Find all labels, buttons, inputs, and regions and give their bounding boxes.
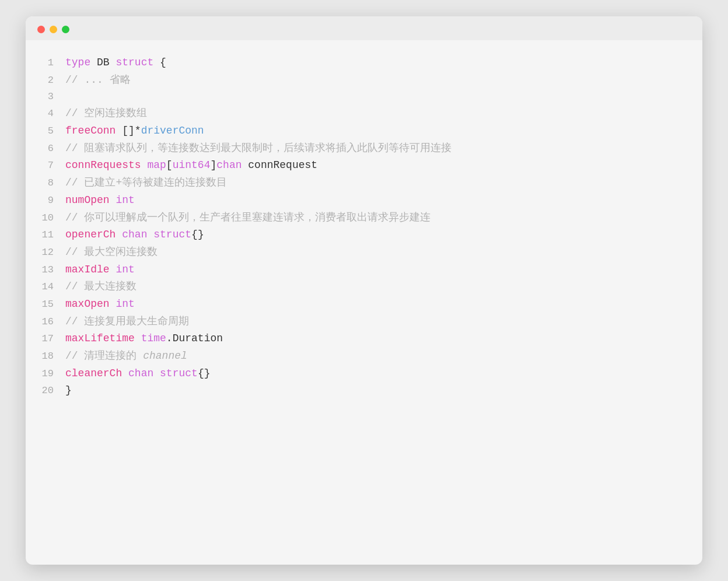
token: // 空闲连接数组 bbox=[65, 107, 147, 119]
token: int bbox=[116, 298, 134, 310]
code-content: // ... 省略 bbox=[65, 72, 684, 89]
code-content: numOpen int bbox=[65, 192, 684, 209]
token: driverConn bbox=[141, 125, 204, 136]
token: // 你可以理解成一个队列，生产者往里塞建连请求，消费者取出请求异步建连 bbox=[65, 212, 430, 223]
token: cleanerCh bbox=[65, 368, 122, 379]
token: openerCh bbox=[65, 229, 116, 240]
line-number: 10 bbox=[40, 210, 65, 226]
token: chan bbox=[122, 229, 147, 240]
token: int bbox=[116, 264, 134, 275]
code-line: 18 // 清理连接的 channel bbox=[40, 348, 684, 365]
token bbox=[141, 159, 148, 171]
token: time bbox=[141, 332, 166, 344]
token: map bbox=[147, 159, 166, 171]
token bbox=[110, 298, 116, 310]
token: freeConn bbox=[65, 125, 116, 136]
line-number: 15 bbox=[40, 296, 65, 313]
token bbox=[147, 229, 153, 240]
token: DB bbox=[90, 57, 116, 68]
code-line: 6 // 阻塞请求队列，等连接数达到最大限制时，后续请求将插入此队列等待可用连接 bbox=[40, 140, 684, 158]
token: chan bbox=[128, 368, 153, 379]
token: // ... 省略 bbox=[65, 74, 131, 86]
token: // 连接复用最大生命周期 bbox=[65, 316, 189, 327]
code-line: 9 numOpen int bbox=[40, 192, 684, 209]
code-line: 15 maxOpen int bbox=[40, 296, 684, 313]
token: maxIdle bbox=[65, 264, 110, 275]
line-number: 16 bbox=[40, 314, 65, 330]
token: // 已建立+等待被建连的连接数目 bbox=[65, 177, 227, 188]
token: int bbox=[116, 194, 134, 206]
code-line: 16 // 连接复用最大生命周期 bbox=[40, 313, 684, 331]
line-number: 9 bbox=[40, 192, 65, 209]
code-line: 3 bbox=[40, 89, 684, 105]
token: * bbox=[135, 125, 141, 136]
code-line: 20} bbox=[40, 382, 684, 400]
code-line: 7 connRequests map[uint64]chan connReque… bbox=[40, 157, 684, 174]
line-number: 18 bbox=[40, 348, 65, 365]
token: connRequests bbox=[65, 159, 141, 171]
token: // 清理连接的 bbox=[65, 350, 143, 362]
code-line: 4 // 空闲连接数组 bbox=[40, 105, 684, 123]
token bbox=[122, 368, 128, 379]
token: maxOpen bbox=[65, 298, 110, 310]
code-content: // 最大连接数 bbox=[65, 278, 684, 296]
code-content: openerCh chan struct{} bbox=[65, 226, 684, 244]
code-content: // 阻塞请求队列，等连接数达到最大限制时，后续请求将插入此队列等待可用连接 bbox=[65, 140, 684, 158]
token: { bbox=[153, 57, 166, 68]
token bbox=[135, 332, 141, 344]
code-line: 19 cleanerCh chan struct{} bbox=[40, 365, 684, 383]
line-number: 3 bbox=[40, 89, 65, 105]
line-number: 7 bbox=[40, 158, 65, 174]
close-button[interactable] bbox=[37, 26, 45, 33]
code-content: // 已建立+等待被建连的连接数目 bbox=[65, 174, 684, 192]
token: struct bbox=[116, 57, 153, 68]
line-number: 19 bbox=[40, 366, 65, 382]
code-line: 1type DB struct { bbox=[40, 54, 684, 72]
maximize-button[interactable] bbox=[62, 26, 69, 33]
token: uint64 bbox=[173, 159, 211, 171]
line-number: 5 bbox=[40, 123, 65, 139]
line-number: 17 bbox=[40, 331, 65, 347]
token bbox=[153, 368, 160, 379]
window: 1type DB struct {2 // ... 省略34 // 空闲连接数组… bbox=[26, 16, 702, 565]
line-number: 4 bbox=[40, 106, 65, 122]
line-number: 11 bbox=[40, 227, 65, 243]
line-number: 20 bbox=[40, 383, 65, 399]
token: ] bbox=[210, 159, 216, 171]
code-line: 12 // 最大空闲连接数 bbox=[40, 244, 684, 261]
token: // 阻塞请求队列，等连接数达到最大限制时，后续请求将插入此队列等待可用连接 bbox=[65, 142, 452, 154]
token: type bbox=[65, 57, 90, 68]
token: struct bbox=[153, 229, 191, 240]
titlebar bbox=[26, 16, 702, 40]
code-content: // 连接复用最大生命周期 bbox=[65, 313, 684, 331]
code-content: maxOpen int bbox=[65, 296, 684, 313]
token: struct bbox=[160, 368, 198, 379]
code-content: } bbox=[65, 382, 684, 400]
token bbox=[110, 264, 116, 275]
token: numOpen bbox=[65, 194, 110, 206]
code-line: 14 // 最大连接数 bbox=[40, 278, 684, 296]
line-number: 1 bbox=[40, 55, 65, 71]
minimize-button[interactable] bbox=[50, 26, 57, 33]
line-number: 6 bbox=[40, 141, 65, 157]
token: maxLifetime bbox=[65, 332, 135, 344]
code-line: 10 // 你可以理解成一个队列，生产者往里塞建连请求，消费者取出请求异步建连 bbox=[40, 209, 684, 227]
token: // 最大连接数 bbox=[65, 281, 136, 292]
code-line: 8 // 已建立+等待被建连的连接数目 bbox=[40, 174, 684, 192]
token: .Duration bbox=[166, 332, 223, 344]
code-content: // 清理连接的 channel bbox=[65, 348, 684, 365]
token: connRequest bbox=[242, 159, 318, 171]
code-content: cleanerCh chan struct{} bbox=[65, 365, 684, 383]
token bbox=[110, 194, 116, 206]
token: [] bbox=[116, 125, 134, 136]
code-line: 5 freeConn []*driverConn bbox=[40, 123, 684, 140]
token: {} bbox=[191, 229, 204, 240]
line-number: 13 bbox=[40, 262, 65, 278]
code-content: connRequests map[uint64]chan connRequest bbox=[65, 157, 684, 174]
token: chan bbox=[216, 159, 242, 171]
token: {} bbox=[198, 368, 211, 379]
code-content: maxIdle int bbox=[65, 261, 684, 279]
token: // 最大空闲连接数 bbox=[65, 246, 158, 258]
code-line: 2 // ... 省略 bbox=[40, 72, 684, 89]
code-line: 11 openerCh chan struct{} bbox=[40, 226, 684, 244]
